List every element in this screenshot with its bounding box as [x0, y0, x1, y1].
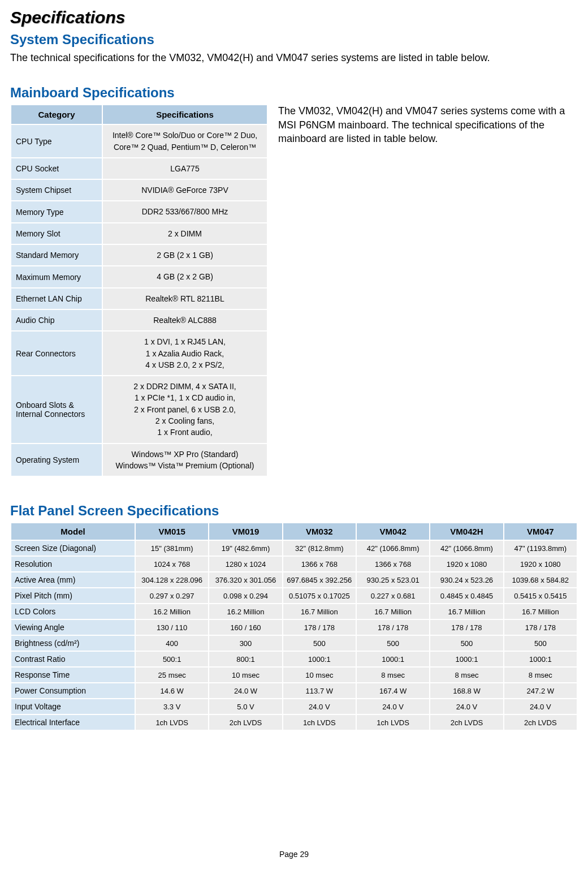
table-row: Brightness (cd/m²)400300500500500500 — [11, 636, 577, 651]
fp-th-model-col: VM019 — [209, 523, 282, 540]
system-spec-paragraph: The technical specifications for the VM0… — [10, 51, 578, 64]
page-number: Page 29 — [10, 850, 578, 859]
fp-cell: 1ch LVDS — [283, 715, 356, 730]
mb-cell-value: NVIDIA® GeForce 73PV — [103, 180, 267, 200]
table-row: Viewing Angle130 / 110160 / 160178 / 178… — [11, 620, 577, 635]
mb-cell-value: Realtek® ALC888 — [103, 310, 267, 330]
page: Specifications System Specifications The… — [0, 0, 588, 864]
mb-cell-value: 1 x DVI, 1 x RJ45 LAN,1 x Azalia Audio R… — [103, 331, 267, 375]
fp-row-label: Brightness (cd/m²) — [11, 636, 135, 651]
table-row: Input Voltage3.3 V5.0 V24.0 V24.0 V24.0 … — [11, 699, 577, 714]
mb-th-category: Category — [11, 105, 102, 124]
mb-cell-category: System Chipset — [11, 180, 102, 200]
mb-cell-value: 4 GB (2 x 2 GB) — [103, 266, 267, 287]
fp-cell: 178 / 178 — [357, 620, 429, 635]
mb-cell-value: Intel® Core™ Solo/Duo or Core™ 2 Duo, Co… — [103, 125, 267, 157]
mb-cell-category: Onboard Slots & Internal Connectors — [11, 376, 102, 442]
fp-row-label: Input Voltage — [11, 699, 135, 714]
fp-cell: 0.098 x 0.294 — [209, 588, 282, 603]
mb-cell-category: CPU Socket — [11, 158, 102, 179]
fp-cell: 24.0 V — [357, 699, 429, 714]
fp-cell: 1039.68 x 584.82 — [504, 572, 577, 587]
mb-cell-category: Memory Slot — [11, 223, 102, 244]
fp-cell: 304.128 x 228.096 — [136, 572, 208, 587]
fp-cell: 24.0 W — [209, 683, 282, 698]
fp-cell: 178 / 178 — [283, 620, 356, 635]
fp-cell: 0.51075 x 0.17025 — [283, 588, 356, 603]
fp-cell: 47" (1193.8mm) — [504, 541, 577, 556]
fp-cell: 24.0 V — [504, 699, 577, 714]
mainboard-table: Category Specifications CPU TypeIntel® C… — [10, 104, 268, 477]
fp-cell: 500 — [357, 636, 429, 651]
mb-cell-category: Operating System — [11, 444, 102, 476]
mb-cell-value: 2 x DDR2 DIMM, 4 x SATA II,1 x PCIe *1, … — [103, 376, 267, 442]
fp-th-model-col: VM042H — [430, 523, 503, 540]
fp-cell: 19" (482.6mm) — [209, 541, 282, 556]
fp-cell: 1920 x 1080 — [430, 557, 503, 571]
flatpanel-table: ModelVM015VM019VM032VM042VM042HVM047 Scr… — [10, 522, 578, 731]
fp-cell: 8 msec — [430, 668, 503, 682]
fp-cell: 1920 x 1080 — [504, 557, 577, 571]
table-row: Resolution1024 x 7681280 x 10241366 x 76… — [11, 557, 577, 571]
section-heading-system: System Specifications — [10, 32, 578, 48]
mb-cell-value: 2 x DIMM — [103, 223, 267, 244]
fp-cell: 24.0 V — [283, 699, 356, 714]
fp-cell: 16.2 Million — [136, 604, 208, 619]
table-row: System ChipsetNVIDIA® GeForce 73PV — [11, 180, 267, 200]
fp-cell: 0.297 x 0.297 — [136, 588, 208, 603]
mb-cell-value: DDR2 533/667/800 MHz — [103, 201, 267, 222]
mb-cell-value: LGA775 — [103, 158, 267, 179]
fp-cell: 800:1 — [209, 652, 282, 666]
table-row: CPU TypeIntel® Core™ Solo/Duo or Core™ 2… — [11, 125, 267, 157]
fp-row-label: Resolution — [11, 557, 135, 571]
table-row: LCD Colors16.2 Million16.2 Million16.7 M… — [11, 604, 577, 619]
fp-cell: 130 / 110 — [136, 620, 208, 635]
fp-cell: 16.7 Million — [283, 604, 356, 619]
mb-cell-category: Maximum Memory — [11, 266, 102, 287]
fp-cell: 376.320 x 301.056 — [209, 572, 282, 587]
fp-row-label: Power Consumption — [11, 683, 135, 698]
fp-th-model-col: VM047 — [504, 523, 577, 540]
fp-th-model-col: VM032 — [283, 523, 356, 540]
table-row: Standard Memory2 GB (2 x 1 GB) — [11, 245, 267, 265]
fp-cell: 178 / 178 — [430, 620, 503, 635]
table-row: Audio ChipRealtek® ALC888 — [11, 310, 267, 330]
fp-cell: 1280 x 1024 — [209, 557, 282, 571]
mb-cell-category: Ethernet LAN Chip — [11, 289, 102, 309]
fp-cell: 3.3 V — [136, 699, 208, 714]
table-row: Screen Size (Diagonal)15" (381mm)19" (48… — [11, 541, 577, 556]
fp-cell: 1000:1 — [504, 652, 577, 666]
fp-cell: 14.6 W — [136, 683, 208, 698]
mb-cell-category: Rear Connectors — [11, 331, 102, 375]
fp-cell: 1000:1 — [357, 652, 429, 666]
fp-cell: 16.7 Million — [357, 604, 429, 619]
fp-cell: 16.7 Million — [504, 604, 577, 619]
mb-cell-value: 2 GB (2 x 1 GB) — [103, 245, 267, 265]
page-title: Specifications — [10, 8, 578, 27]
fp-row-label: Contrast Ratio — [11, 652, 135, 666]
fp-cell: 1000:1 — [430, 652, 503, 666]
fp-row-label: Screen Size (Diagonal) — [11, 541, 135, 556]
fp-cell: 15" (381mm) — [136, 541, 208, 556]
fp-cell: 160 / 160 — [209, 620, 282, 635]
fp-cell: 1ch LVDS — [136, 715, 208, 730]
fp-cell: 10 msec — [209, 668, 282, 682]
fp-row-label: Response Time — [11, 668, 135, 682]
mb-cell-value: Realtek® RTL 8211BL — [103, 289, 267, 309]
mb-cell-value: Windows™ XP Pro (Standard)Windows™ Vista… — [103, 444, 267, 476]
fp-cell: 167.4 W — [357, 683, 429, 698]
fp-cell: 24.0 V — [430, 699, 503, 714]
fp-cell: 16.7 Million — [430, 604, 503, 619]
fp-cell: 2ch LVDS — [430, 715, 503, 730]
fp-cell: 5.0 V — [209, 699, 282, 714]
mb-cell-category: Standard Memory — [11, 245, 102, 265]
fp-cell: 0.4845 x 0.4845 — [430, 588, 503, 603]
fp-cell: 500 — [504, 636, 577, 651]
table-row: CPU SocketLGA775 — [11, 158, 267, 179]
fp-cell: 1024 x 768 — [136, 557, 208, 571]
fp-row-label: LCD Colors — [11, 604, 135, 619]
table-row: Rear Connectors1 x DVI, 1 x RJ45 LAN,1 x… — [11, 331, 267, 375]
fp-cell: 8 msec — [504, 668, 577, 682]
table-row: Memory Slot2 x DIMM — [11, 223, 267, 244]
table-row: Electrical Interface1ch LVDS2ch LVDS1ch … — [11, 715, 577, 730]
